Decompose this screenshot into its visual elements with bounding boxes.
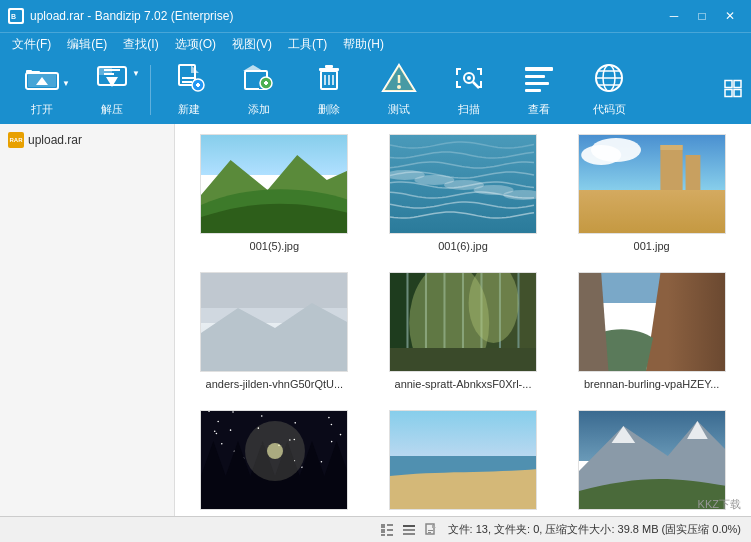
open-label: 打开 <box>31 102 53 117</box>
menu-edit[interactable]: 编辑(E) <box>59 34 115 55</box>
svg-rect-11 <box>104 73 114 75</box>
svg-rect-24 <box>265 81 267 85</box>
svg-rect-15 <box>182 81 192 83</box>
thumbnail-5 <box>578 272 726 372</box>
thumbnail-6 <box>200 410 348 510</box>
grid-toggle-button[interactable] <box>723 79 743 102</box>
thumbnail-0 <box>200 134 348 234</box>
window-controls: ─ □ ✕ <box>661 6 743 26</box>
scan-button[interactable]: 扫描 <box>435 61 503 119</box>
view-icon <box>521 63 557 98</box>
sidebar-item-upload-rar[interactable]: RAR upload.rar <box>0 128 174 152</box>
svg-text:B: B <box>11 13 16 20</box>
svg-rect-57 <box>403 525 415 527</box>
toolbar: 打开 ▼ 解压 ▼ <box>0 56 751 124</box>
menu-help[interactable]: 帮助(H) <box>335 34 392 55</box>
open-arrow: ▼ <box>62 79 70 88</box>
svg-rect-14 <box>182 77 196 79</box>
svg-rect-10 <box>104 69 120 71</box>
view-button[interactable]: 查看 <box>505 61 573 119</box>
status-text: 文件: 13, 文件夹: 0, 压缩文件大小: 39.8 MB (固实压缩 0.… <box>448 522 741 537</box>
file-item-8[interactable] <box>572 410 731 516</box>
file-label-0: 001(5).jpg <box>250 240 300 252</box>
scan-label: 扫描 <box>458 102 480 117</box>
svg-rect-53 <box>381 529 385 533</box>
thumbnail-1 <box>389 134 537 234</box>
title-bar-left: B upload.rar - Bandizip 7.02 (Enterprise… <box>8 8 233 24</box>
file-label-5: brennan-burling-vpaHZEY... <box>584 378 720 390</box>
delete-button[interactable]: 删除 <box>295 61 363 119</box>
svg-marker-34 <box>383 65 415 91</box>
new-button[interactable]: 新建 <box>155 61 223 119</box>
menu-file[interactable]: 文件(F) <box>4 34 59 55</box>
svg-rect-52 <box>387 524 393 526</box>
svg-marker-20 <box>243 65 263 71</box>
status-list-icon[interactable] <box>378 521 396 539</box>
svg-rect-39 <box>525 75 545 78</box>
sidebar: RAR upload.rar <box>0 124 175 516</box>
extract-icon <box>94 63 130 98</box>
codepage-label: 代码页 <box>593 102 626 117</box>
add-icon <box>241 63 277 98</box>
svg-rect-50 <box>734 90 741 97</box>
menu-tools[interactable]: 工具(T) <box>280 34 335 55</box>
close-button[interactable]: ✕ <box>717 6 743 26</box>
file-label-1: 001(6).jpg <box>438 240 488 252</box>
svg-rect-51 <box>381 524 385 528</box>
add-label: 添加 <box>248 102 270 117</box>
file-label-4: annie-spratt-AbnkxsF0Xrl-... <box>395 378 532 390</box>
content-area: RAR upload.rar 001(5).jpg 001(6).jpg <box>0 124 751 516</box>
codepage-button[interactable]: 代码页 <box>575 61 643 119</box>
main-file-view[interactable]: 001(5).jpg 001(6).jpg 001.jpg <box>175 124 751 516</box>
status-file-icon[interactable] <box>422 521 440 539</box>
open-button[interactable]: 打开 ▼ <box>8 61 76 119</box>
toolbar-sep-1 <box>150 65 151 115</box>
new-icon <box>171 63 207 98</box>
extract-button[interactable]: 解压 ▼ <box>78 61 146 119</box>
file-item-4[interactable]: annie-spratt-AbnkxsF0Xrl-... <box>384 272 543 390</box>
svg-rect-49 <box>725 90 732 97</box>
menu-bar: 文件(F) 编辑(E) 查找(I) 选项(O) 视图(V) 工具(T) 帮助(H… <box>0 32 751 56</box>
svg-rect-38 <box>525 67 553 71</box>
file-item-0[interactable]: 001(5).jpg <box>195 134 354 252</box>
file-item-2[interactable]: 001.jpg <box>572 134 731 252</box>
file-item-3[interactable]: anders-jilden-vhnG50rQtU... <box>195 272 354 390</box>
thumbnail-7 <box>389 410 537 510</box>
svg-rect-40 <box>525 82 549 85</box>
view-label: 查看 <box>528 102 550 117</box>
thumbnail-4 <box>389 272 537 372</box>
test-button[interactable]: 测试 <box>365 61 433 119</box>
rar-file-icon: RAR <box>8 132 24 148</box>
menu-options[interactable]: 选项(O) <box>167 34 224 55</box>
svg-rect-54 <box>387 529 393 531</box>
scan-icon <box>451 63 487 98</box>
file-item-6[interactable] <box>195 410 354 516</box>
thumbnail-8 <box>578 410 726 510</box>
svg-rect-62 <box>428 530 433 531</box>
status-detail-icon[interactable] <box>400 521 418 539</box>
file-item-7[interactable] <box>384 410 543 516</box>
menu-find[interactable]: 查找(I) <box>115 34 166 55</box>
svg-rect-47 <box>725 81 732 88</box>
maximize-button[interactable]: □ <box>689 6 715 26</box>
status-bar: 文件: 13, 文件夹: 0, 压缩文件大小: 39.8 MB (固实压缩 0.… <box>0 516 751 542</box>
delete-label: 删除 <box>318 102 340 117</box>
window-title: upload.rar - Bandizip 7.02 (Enterprise) <box>30 9 233 23</box>
svg-rect-56 <box>387 534 393 536</box>
codepage-icon <box>591 63 627 98</box>
new-label: 新建 <box>178 102 200 117</box>
sidebar-file-label: upload.rar <box>28 133 82 147</box>
svg-rect-48 <box>734 81 741 88</box>
svg-rect-63 <box>428 532 431 533</box>
app-icon: B <box>8 8 24 24</box>
menu-view[interactable]: 视图(V) <box>224 34 280 55</box>
add-button[interactable]: 添加 <box>225 61 293 119</box>
file-item-1[interactable]: 001(6).jpg <box>384 134 543 252</box>
file-item-5[interactable]: brennan-burling-vpaHZEY... <box>572 272 731 390</box>
test-icon <box>381 63 417 98</box>
file-label-3: anders-jilden-vhnG50rQtU... <box>206 378 344 390</box>
minimize-button[interactable]: ─ <box>661 6 687 26</box>
status-view-icons <box>378 521 440 539</box>
svg-rect-58 <box>403 529 415 531</box>
extract-arrow: ▼ <box>132 69 140 78</box>
